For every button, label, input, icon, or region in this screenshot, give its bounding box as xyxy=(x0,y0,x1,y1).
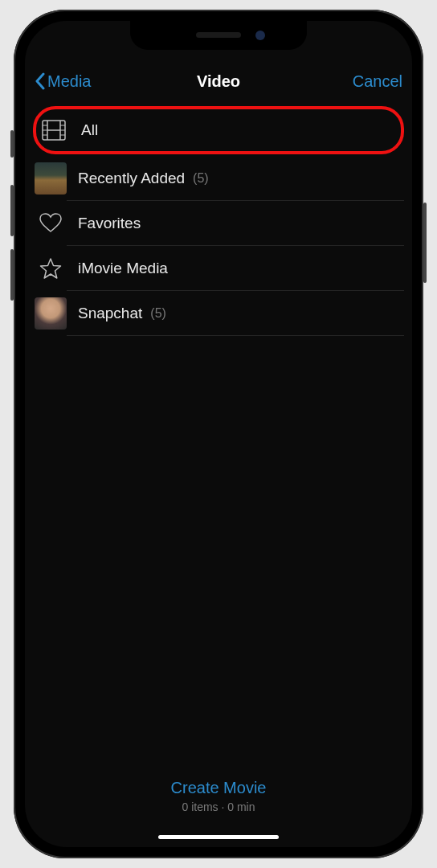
album-item-all[interactable]: All xyxy=(33,106,404,154)
power-button xyxy=(423,203,427,283)
album-item-favorites[interactable]: Favorites xyxy=(33,201,404,246)
album-label: iMovie Media xyxy=(78,260,168,277)
film-icon xyxy=(38,114,70,146)
album-label: All xyxy=(81,121,98,139)
silence-switch xyxy=(10,130,14,158)
album-count: (5) xyxy=(150,306,166,321)
volume-up-button xyxy=(10,185,14,236)
album-label: Recently Added xyxy=(78,170,185,187)
screen: Media Video Cancel xyxy=(25,21,412,847)
album-label: Favorites xyxy=(78,215,141,232)
back-label: Media xyxy=(47,72,91,91)
home-indicator[interactable] xyxy=(158,835,279,839)
album-label: Snapchat xyxy=(78,305,142,322)
back-button[interactable]: Media xyxy=(35,72,91,91)
footer-status: 0 items · 0 min xyxy=(25,800,412,813)
star-icon xyxy=(35,252,67,285)
page-title: Video xyxy=(197,72,240,91)
notch xyxy=(130,21,307,50)
album-list: All Recently Added (5) Favorites xyxy=(25,101,412,779)
album-item-imovie-media[interactable]: iMovie Media xyxy=(33,246,404,291)
chevron-left-icon xyxy=(35,72,46,90)
album-thumbnail xyxy=(35,162,67,194)
front-camera xyxy=(255,31,265,40)
cancel-button[interactable]: Cancel xyxy=(353,72,402,91)
heart-icon xyxy=(35,207,67,240)
speaker xyxy=(196,32,241,38)
create-movie-button[interactable]: Create Movie xyxy=(25,779,412,797)
volume-down-button xyxy=(10,249,14,301)
album-count: (5) xyxy=(193,171,209,186)
album-item-snapchat[interactable]: Snapchat (5) xyxy=(33,291,404,336)
album-thumbnail xyxy=(35,297,67,330)
phone-frame: Media Video Cancel xyxy=(14,10,423,858)
nav-bar: Media Video Cancel xyxy=(25,61,412,101)
album-item-recently-added[interactable]: Recently Added (5) xyxy=(33,156,404,201)
